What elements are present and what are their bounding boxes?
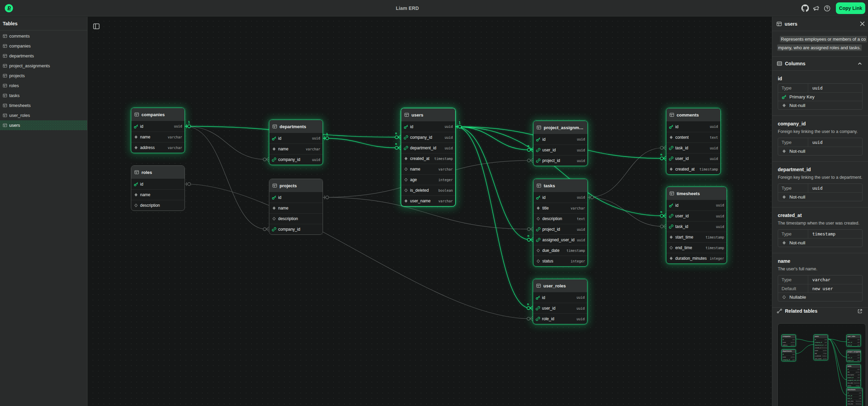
sidebar-item-projects[interactable]: projects	[0, 71, 87, 81]
help-icon[interactable]	[822, 3, 832, 14]
open-related-tables-icon[interactable]	[856, 307, 864, 315]
attr-label: Type	[778, 184, 808, 192]
minimap-column-row: due_datetimestamp	[847, 381, 860, 384]
column-row-departments-company_id: company_iduuid	[269, 154, 323, 165]
attr-row-type: Typevarchar	[778, 275, 862, 284]
table-node-tasks[interactable]: tasksiduuidtitlevarchardescriptiontextpr…	[533, 179, 588, 267]
minimap-column-row: addressvarchar	[782, 343, 796, 346]
sidebar-item-tasks[interactable]: tasks	[0, 91, 87, 100]
table-node-roles[interactable]: rolesidnamedescription	[131, 165, 185, 211]
sidebar-item-label: comments	[9, 33, 30, 39]
table-icon	[134, 170, 139, 175]
collapse-columns-icon[interactable]	[856, 60, 864, 67]
link-icon	[536, 238, 541, 242]
column-type: uuid	[577, 148, 585, 152]
sidebar-item-user_roles[interactable]: user_roles	[0, 110, 87, 120]
link-icon	[669, 156, 674, 161]
column-type: text	[710, 136, 718, 139]
column-name: id	[140, 124, 143, 129]
link-icon	[272, 227, 276, 232]
minimap-column-type: uuid	[857, 368, 860, 370]
sidebar-toggle-icon[interactable]	[93, 23, 100, 30]
column-name: name	[278, 147, 288, 151]
table-node-project_assignments[interactable]: project_assignmentsiduuiduser_iduuidproj…	[533, 121, 588, 166]
column-name: age	[410, 177, 417, 182]
column-row-departments-name: namevarchar	[269, 144, 323, 154]
column-row-users-company_id: company_iduuid	[401, 132, 455, 143]
sidebar-item-label: tasks	[9, 93, 19, 98]
attr-badge-label: Nullable	[789, 295, 806, 300]
table-icon	[404, 112, 409, 117]
minimap-column-row: user_iduuid	[847, 356, 860, 359]
sidebar-item-roles[interactable]: roles	[0, 81, 87, 91]
column-row-project_assignments-project_id: project_iduuid	[533, 155, 587, 166]
column-type: varchar	[438, 167, 453, 171]
column-type: timestamp	[567, 249, 585, 253]
svg-text:1: 1	[188, 120, 190, 124]
table-node-projects[interactable]: projectsidnamedescriptioncompany_id	[269, 179, 323, 235]
copy-link-button[interactable]: Copy Link	[836, 2, 865, 14]
close-icon[interactable]	[858, 20, 866, 28]
minimap-column-row: iduuid	[814, 338, 828, 341]
minimap-column-name: name	[783, 356, 786, 358]
sidebar-item-project_assignments[interactable]: project_assignments	[0, 61, 87, 71]
column-type: integer	[571, 259, 585, 263]
column-row-projects-id: id	[269, 192, 323, 203]
key-icon	[536, 137, 541, 142]
link-icon	[536, 148, 541, 152]
diamond-icon	[669, 167, 674, 172]
erd-canvas[interactable]: 1n1n1nnnnn companiesiduuidnamevarcharadd…	[88, 17, 772, 406]
table-node-companies[interactable]: companiesiduuidnamevarcharaddressvarchar	[131, 108, 185, 153]
minimap-column-type: uuid	[792, 359, 795, 361]
related-tables-minimap[interactable]: companiesiduuidnamevarcharaddressvarchar…	[777, 323, 866, 406]
sidebar-item-label: project_assignments	[9, 63, 50, 68]
column-name: user_id	[542, 306, 555, 311]
table-node-comments[interactable]: commentsiduuidcontenttexttask_iduuiduser…	[666, 108, 721, 175]
column-row-timesheets-user_id: user_iduuid	[666, 211, 727, 221]
sidebar-item-timesheets[interactable]: timesheets	[0, 100, 87, 110]
column-row-timesheets-end_time: end_timetimestamp	[666, 242, 727, 253]
minimap-column-row: titlevarchar	[847, 370, 860, 373]
sidebar-item-users[interactable]: users	[0, 120, 87, 130]
megaphone-icon[interactable]	[811, 3, 822, 14]
diamond-icon	[669, 135, 674, 140]
column-row-roles-description: description	[131, 200, 185, 211]
liam-logo-icon[interactable]	[5, 4, 13, 12]
column-type: varchar	[571, 206, 585, 210]
column-name: created_at	[675, 167, 695, 172]
link-icon	[669, 224, 674, 229]
panel-column-id: idTypeuuidPrimary KeyNot-null	[772, 71, 868, 116]
table-node-departments[interactable]: departmentsiduuidnamevarcharcompany_iduu…	[269, 120, 323, 165]
columns-section-header: Columns	[772, 57, 868, 70]
minimap-table-project_assignments: project_assignmentsiduuiduser_iduuidproj…	[846, 350, 861, 362]
sidebar-title: Tables	[0, 17, 87, 30]
github-icon[interactable]	[800, 3, 811, 14]
column-type: uuid	[312, 136, 320, 140]
minimap-column-row: iduuid	[847, 391, 862, 394]
column-name: id	[278, 195, 281, 200]
minimap-column-name: assigned_user_id	[847, 379, 858, 381]
column-row-tasks-id: iduuid	[533, 192, 587, 203]
table-node-users[interactable]: usersiduuidcompany_iduuiddepartment_iduu…	[401, 108, 456, 206]
column-row-users-created_at: created_attimestamp	[401, 153, 455, 164]
panel-table-name: users	[785, 21, 856, 27]
column-name: id	[675, 203, 678, 208]
table-node-timesheets[interactable]: timesheetsiduuiduser_iduuidtask_iduuidst…	[666, 187, 727, 264]
column-name: description	[140, 203, 160, 208]
panel-header: users	[772, 17, 868, 31]
table-node-user_roles[interactable]: user_rolesiduuiduser_iduuidrole_iduuid	[533, 279, 587, 324]
table-node-title: timesheets	[677, 191, 700, 196]
minimap-column-type: uuid	[825, 341, 827, 343]
column-attributes-table: TypeuuidPrimary KeyNot-null	[778, 83, 863, 110]
column-row-projects-company_id: company_id	[269, 224, 323, 234]
column-type: uuid	[312, 158, 320, 162]
sidebar-item-companies[interactable]: companies	[0, 41, 87, 51]
sidebar-item-departments[interactable]: departments	[0, 51, 87, 61]
table-node-title: tasks	[544, 183, 555, 188]
sidebar-item-comments[interactable]: comments	[0, 31, 87, 41]
minimap-column-name: department_id	[815, 344, 824, 346]
minimap-column-row: iduuid	[847, 338, 860, 341]
svg-text:n: n	[527, 234, 529, 238]
column-row-users-is_deleted: is_deletedboolean	[401, 185, 455, 195]
column-name: description	[542, 216, 562, 221]
